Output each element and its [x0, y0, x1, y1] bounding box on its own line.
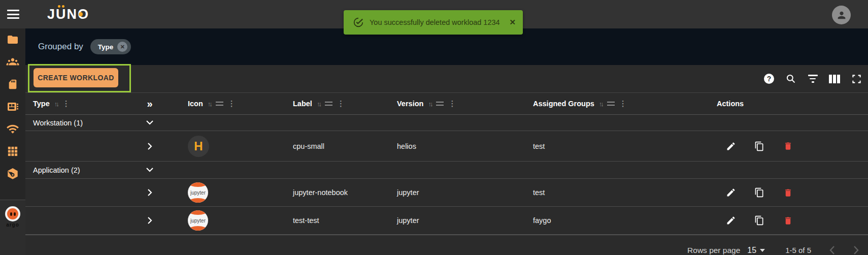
version-cell: jupyter [373, 216, 510, 225]
copy-button[interactable] [753, 186, 765, 199]
rows-per-page-select[interactable]: 15 [747, 246, 765, 255]
wifi-icon [6, 122, 19, 136]
search-button[interactable] [785, 73, 796, 84]
label-cell: jupyter-notebook [269, 188, 373, 197]
apps-grid-icon [7, 146, 18, 157]
argo-label: argo [6, 222, 19, 228]
delete-button[interactable] [782, 140, 794, 152]
chevron-down-icon[interactable] [146, 120, 153, 125]
package-cube-icon [6, 167, 19, 180]
chevron-right-icon[interactable] [148, 217, 152, 224]
resize-handle-icon[interactable] [436, 102, 444, 106]
sort-icon[interactable]: ↑↓ [428, 100, 431, 108]
sort-icon[interactable]: ↑↓ [54, 100, 58, 108]
user-avatar[interactable] [832, 6, 851, 24]
nav-network[interactable] [0, 118, 25, 140]
edit-button[interactable] [725, 186, 737, 199]
main-content: Grouped by Type ✕ ? [25, 28, 868, 255]
columns-button[interactable] [829, 73, 840, 84]
previous-page-button[interactable] [829, 246, 835, 255]
label-cell: cpu-small [269, 142, 373, 150]
toast-close-icon[interactable]: ✕ [509, 18, 516, 27]
hamburger-menu-icon[interactable] [7, 10, 19, 19]
chevron-down-icon[interactable] [146, 168, 153, 172]
delete-button[interactable] [782, 214, 794, 227]
person-icon [836, 10, 847, 21]
copy-button[interactable] [753, 140, 765, 152]
columns-icon [829, 75, 840, 83]
nav-workloads-folder[interactable] [0, 28, 25, 51]
app-logo-text: JUNO [47, 7, 89, 22]
column-menu-icon[interactable]: ⋮ [619, 99, 627, 108]
search-icon [786, 74, 796, 84]
group-chip-label: Type [98, 43, 114, 51]
group-row-workstation[interactable]: Workstation (1) [25, 115, 868, 131]
copy-icon [754, 141, 764, 151]
workload-icon-cell: jupyter [168, 182, 269, 203]
chip-card-icon [7, 101, 19, 113]
assigned-groups-cell: test [510, 142, 695, 150]
delete-button[interactable] [782, 186, 794, 199]
chevron-right-icon [853, 246, 859, 254]
create-workload-button[interactable]: CREATE WORKLOAD [34, 68, 118, 87]
trash-icon [783, 141, 793, 151]
filter-button[interactable] [807, 73, 818, 84]
jupyter-icon: jupyter [188, 182, 208, 203]
nav-devices[interactable] [0, 95, 25, 118]
nav-apps[interactable] [0, 140, 25, 163]
rows-per-page-value: 15 [747, 246, 756, 255]
resize-handle-icon[interactable] [325, 102, 332, 106]
copy-icon [754, 187, 764, 198]
table-row[interactable]: H cpu-small helios test [25, 131, 868, 162]
pagination-range: 1-5 of 5 [785, 246, 811, 254]
group-chip-type[interactable]: Type ✕ [90, 39, 131, 54]
header-version-label: Version [397, 100, 423, 108]
actions-cell [695, 186, 868, 199]
people-group-icon [6, 55, 19, 69]
resize-handle-icon[interactable] [216, 102, 223, 106]
workload-table-card: ? Type ↑↓ [25, 65, 868, 255]
edit-button[interactable] [725, 140, 737, 152]
column-menu-icon[interactable]: ⋮ [448, 99, 456, 108]
table-row[interactable]: jupyter test-test jupyter faygo [25, 207, 868, 235]
column-menu-icon[interactable]: ⋮ [228, 99, 236, 108]
group-row-application[interactable]: Application (2) [25, 162, 868, 179]
sort-icon[interactable]: ↑↓ [208, 100, 211, 108]
nav-groups[interactable] [0, 51, 25, 73]
help-button[interactable]: ? [763, 73, 775, 84]
table-row[interactable]: jupyter jupyter-notebook jupyter test [25, 179, 868, 207]
logo-umlaut-dots [58, 5, 64, 8]
success-toast: You successfully deleted workload 1234 ✕ [344, 10, 523, 35]
header-icon-label: Icon [188, 100, 203, 108]
jupyter-icon-text: jupyter [190, 218, 206, 224]
sort-icon[interactable]: ↑↓ [599, 100, 603, 108]
copy-button[interactable] [753, 214, 765, 227]
jupyter-icon-text: jupyter [190, 190, 206, 196]
column-menu-icon[interactable]: ⋮ [337, 99, 345, 108]
column-menu-icon[interactable]: ⋮ [62, 99, 70, 108]
column-header-actions: Actions [695, 100, 868, 108]
nav-storage[interactable] [0, 73, 25, 95]
sort-icon[interactable]: ↑↓ [317, 100, 320, 108]
next-page-button[interactable] [853, 246, 859, 255]
expand-all-icon[interactable]: » [147, 98, 152, 110]
dropdown-caret-icon [760, 249, 765, 252]
help-icon: ? [764, 74, 774, 84]
resize-handle-icon[interactable] [607, 102, 615, 106]
fullscreen-button[interactable] [851, 73, 862, 84]
toast-message: You successfully deleted workload 1234 [370, 18, 500, 26]
header-label-label: Label [293, 100, 312, 108]
nav-packages[interactable] [0, 163, 25, 185]
header-groups-label: Assigned Groups [533, 100, 594, 108]
version-cell: jupyter [373, 188, 510, 197]
edit-button[interactable] [725, 214, 737, 227]
filter-icon [808, 75, 818, 83]
chevron-right-icon[interactable] [148, 143, 152, 150]
chip-close-icon[interactable]: ✕ [117, 42, 127, 52]
chevron-right-icon[interactable] [148, 189, 152, 196]
left-nav-rail: argo [0, 28, 25, 255]
table-pagination: Rows per page 15 1-5 of 5 [25, 235, 868, 255]
rows-per-page-label: Rows per page [687, 246, 740, 255]
nav-argo[interactable]: argo [0, 200, 25, 255]
actions-cell [695, 214, 868, 227]
